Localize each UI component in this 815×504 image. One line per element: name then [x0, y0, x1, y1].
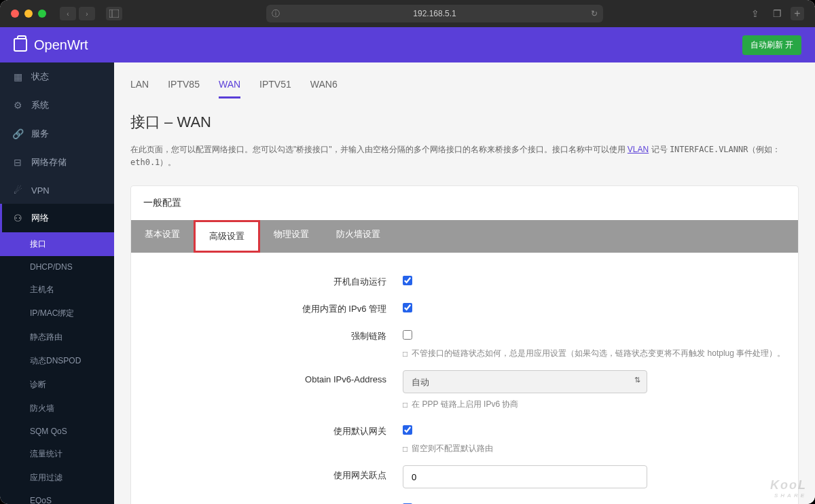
advanced-settings-form: 开机自动运行 使用内置的 IPv6 管理 强制链路 不管接口的链路状态如何，总是… [131, 253, 798, 504]
config-tabs: 基本设置 高级设置 物理设置 防火墙设置 [131, 220, 798, 253]
sidebar-item-status[interactable]: ▦状态 [0, 62, 114, 91]
ctab-advanced[interactable]: 高级设置 [194, 220, 260, 253]
site-info-icon[interactable]: ⓘ [272, 8, 280, 20]
sidebar: ▦状态 ⚙系统 🔗服务 ⊟网络存储 ☄VPN ⚇网络 接口 DHCP/DNS 主… [0, 62, 114, 504]
new-tab-button[interactable]: + [791, 7, 804, 20]
close-window-button[interactable] [11, 10, 19, 18]
submenu-interfaces[interactable]: 接口 [0, 232, 114, 256]
status-icon: ▦ [12, 71, 23, 82]
label-peer-dns: 使用对端通告的 DNS 服务器 [131, 499, 403, 504]
submenu-dnspod[interactable]: 动态DNSPOD [0, 349, 114, 373]
page-title: 接口 – WAN [130, 112, 799, 132]
hint-obtain-ipv6: 在 PPP 链路上启用 IPv6 协商 [403, 399, 798, 410]
ctab-firewall[interactable]: 防火墙设置 [323, 220, 394, 253]
select-obtain-ipv6[interactable]: 自动 [403, 370, 647, 393]
submenu-sqm[interactable]: SQM QoS [0, 420, 114, 442]
system-icon: ⚙ [12, 100, 23, 111]
maximize-window-button[interactable] [38, 10, 46, 18]
sidebar-toggle-icon[interactable] [106, 7, 122, 20]
submenu-appfilter[interactable]: 应用过滤 [0, 466, 114, 490]
page-description: 在此页面，您可以配置网络接口。您可以勾选"桥接接口"，并输入由空格分隔的多个网络… [130, 143, 799, 169]
checkbox-default-gw[interactable] [403, 425, 412, 435]
back-button[interactable]: ‹ [60, 7, 76, 20]
tab-wan[interactable]: WAN [219, 75, 240, 98]
minimize-window-button[interactable] [24, 10, 33, 18]
svg-rect-0 [109, 10, 119, 18]
network-icon: ⚇ [12, 213, 23, 223]
label-ipv6mgmt: 使用内置的 IPv6 管理 [131, 299, 403, 315]
tab-wan6[interactable]: WAN6 [310, 75, 338, 98]
tab-lan[interactable]: LAN [130, 75, 149, 98]
tab-iptv51[interactable]: IPTV51 [259, 75, 291, 98]
sidebar-submenu: 接口 DHCP/DNS 主机名 IP/MAC绑定 静态路由 动态DNSPOD 诊… [0, 232, 114, 504]
submenu-dhcp-dns[interactable]: DHCP/DNS [0, 256, 114, 278]
traffic-lights [11, 10, 46, 18]
hint-forcelink: 不管接口的链路状态如何，总是用应用设置（如果勾选，链路状态变更将不再触发 hot… [403, 348, 798, 359]
label-obtain-ipv6: Obtain IPv6-Address [131, 370, 403, 384]
input-gw-metric[interactable] [403, 465, 647, 488]
panel-title: 一般配置 [131, 186, 798, 220]
submenu-static-routes[interactable]: 静态路由 [0, 325, 114, 349]
hint-default-gw: 留空则不配置默认路由 [403, 443, 798, 454]
services-icon: 🔗 [12, 128, 23, 139]
label-forcelink: 强制链路 [131, 326, 403, 342]
url-text: 192.168.5.1 [413, 9, 456, 18]
submenu-eqos[interactable]: EQoS [0, 490, 114, 504]
submenu-diagnostics[interactable]: 诊断 [0, 373, 114, 397]
checkbox-forcelink[interactable] [403, 330, 412, 340]
sidebar-item-label: 服务 [31, 128, 49, 140]
general-config-panel: 一般配置 基本设置 高级设置 物理设置 防火墙设置 开机自动运行 使用内 [130, 185, 799, 504]
sidebar-item-label: 系统 [31, 99, 49, 111]
ctab-basic[interactable]: 基本设置 [131, 220, 194, 253]
browser-titlebar: ‹ › ⓘ 192.168.5.1 ↻ ⇪ ❐ + [0, 0, 815, 27]
app-header: OpenWrt 自动刷新 开 [0, 27, 815, 62]
sidebar-item-label: VPN [31, 185, 50, 196]
storage-icon: ⊟ [12, 157, 23, 168]
openwrt-icon [14, 38, 27, 52]
watermark: KooL SHARE [770, 478, 807, 499]
brand-name: OpenWrt [34, 37, 88, 53]
vlan-link[interactable]: VLAN [628, 145, 649, 154]
label-default-gw: 使用默认网关 [131, 421, 403, 437]
sidebar-item-label: 状态 [31, 71, 49, 83]
share-icon[interactable]: ⇪ [747, 7, 763, 20]
sidebar-item-network[interactable]: ⚇网络 [0, 204, 114, 232]
tabs-icon[interactable]: ❐ [769, 7, 785, 20]
forward-button[interactable]: › [79, 7, 95, 20]
sidebar-item-label: 网络 [31, 212, 49, 224]
sidebar-item-label: 网络存储 [31, 156, 67, 168]
label-gw-metric: 使用网关跃点 [131, 465, 403, 482]
sidebar-item-system[interactable]: ⚙系统 [0, 91, 114, 120]
checkbox-ipv6mgmt[interactable] [403, 303, 412, 312]
main-content: LAN IPTV85 WAN IPTV51 WAN6 接口 – WAN 在此页面… [114, 62, 815, 504]
auto-refresh-button[interactable]: 自动刷新 开 [742, 35, 801, 55]
reload-icon[interactable]: ↻ [591, 9, 598, 18]
sidebar-item-storage[interactable]: ⊟网络存储 [0, 148, 114, 177]
tab-iptv85[interactable]: IPTV85 [168, 75, 200, 98]
brand-logo[interactable]: OpenWrt [14, 37, 88, 53]
checkbox-autostart[interactable] [403, 276, 412, 285]
label-autostart: 开机自动运行 [131, 272, 403, 288]
submenu-ip-mac[interactable]: IP/MAC绑定 [0, 302, 114, 325]
sidebar-item-services[interactable]: 🔗服务 [0, 120, 114, 148]
submenu-firewall[interactable]: 防火墙 [0, 397, 114, 420]
ctab-physical[interactable]: 物理设置 [260, 220, 323, 253]
vpn-icon: ☄ [12, 185, 23, 196]
url-bar[interactable]: ⓘ 192.168.5.1 ↻ [266, 5, 603, 22]
submenu-hostnames[interactable]: 主机名 [0, 278, 114, 302]
submenu-traffic[interactable]: 流量统计 [0, 442, 114, 466]
interface-tabs: LAN IPTV85 WAN IPTV51 WAN6 [130, 75, 799, 98]
sidebar-item-vpn[interactable]: ☄VPN [0, 177, 114, 204]
